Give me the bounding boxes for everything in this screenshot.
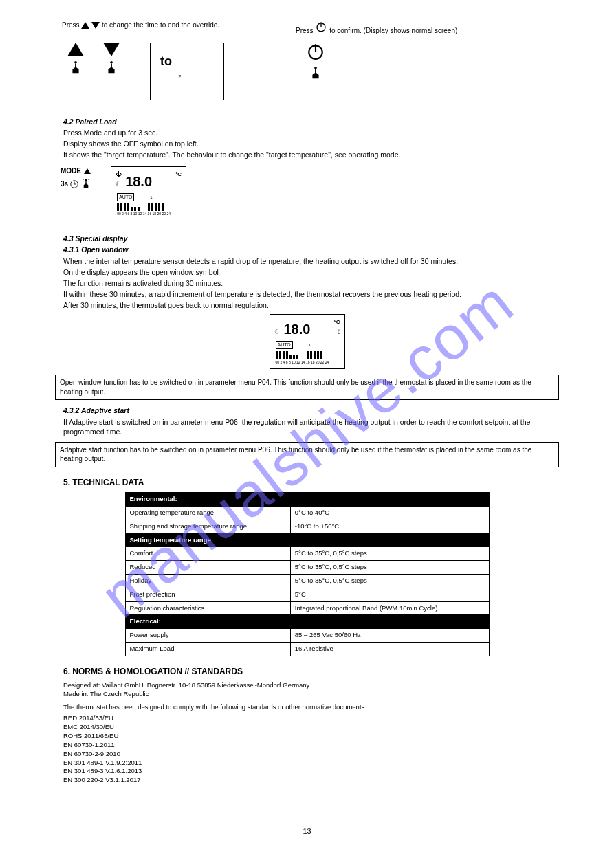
touch-hand-icon: [308, 65, 323, 82]
norm-item: ROHS 2011/65/EU: [63, 732, 118, 739]
table-row: Comfort5°C to 35°C, 0,5°C steps: [125, 547, 489, 561]
table-row: Frost protection5°C: [125, 588, 489, 601]
table-row: Reduced5°C to 35°C, 0,5°C steps: [125, 561, 489, 575]
svg-point-10: [85, 179, 87, 181]
norm-item: EN 301 489-1 V.1.9.2:2011: [63, 759, 142, 766]
norm-item: RED 2014/53/EU: [63, 714, 113, 722]
touch-hand-icon: [68, 59, 83, 77]
spec-header-range: Setting temperature range: [125, 533, 489, 547]
adaptive-body: If Adaptive start is switched on in para…: [63, 417, 558, 436]
off-icon: ⏻: [116, 171, 121, 179]
up-arrow-icon: [84, 168, 91, 174]
norm-item: EN 300 220-2 V3.1.1:2017: [63, 776, 141, 783]
table-row: Maximum Load16 A resistive: [125, 643, 489, 656]
svg-line-11: [83, 179, 84, 180]
section-4-3-title: 4.3 Special display: [63, 234, 127, 243]
power-icon: [315, 21, 327, 33]
section-5-title: 5. TECHNICAL DATA: [63, 477, 573, 488]
paired-load-line2: Display shows the OFF symbol on top left…: [63, 139, 558, 148]
open-window-line4: If within these 30 minutes, a rapid incr…: [63, 289, 558, 299]
norm-item: EN 60730-1:2011: [63, 741, 114, 748]
moon-icon: ☾: [274, 327, 281, 337]
svg-point-6: [314, 66, 317, 69]
paired-load-line1: Press Mode and up for 3 sec.: [63, 128, 558, 137]
lcd-hours: 00 2 4 6 8 10 12 14 16 18 20 22 24: [117, 212, 180, 216]
note-box-adaptive: Adaptive start function has to be switch…: [55, 442, 559, 467]
norms-body: The thermostat has been designed to comp…: [63, 703, 565, 712]
table-row: Power supply85 – 265 Vac 50/60 Hz: [125, 629, 489, 643]
lcd-display-openwindow: ☾ 18.0 ºC ▯ AUTO 1 00 2 4 6 8 10 12 14 1…: [270, 314, 345, 369]
lcd-schedule-bars: 00 2 4 6 8 10 12 14 16 18 20 22 24: [276, 347, 339, 365]
lcd-display-paired: ⏻ ☾ 18.0 ºC AUTO 1 00 2 4 6 8 10 12 14 1…: [111, 166, 186, 221]
section-4-3-2-title: 4.3.2 Adaptive start: [63, 406, 129, 414]
table-row: Regulation characteristicsIntegrated pro…: [125, 601, 489, 615]
lcd-hours: 00 2 4 6 8 10 12 14 16 18 20 22 24: [276, 360, 339, 365]
display-to-box: to 2: [150, 43, 224, 100]
open-window-line3: The function remains activated during 30…: [63, 278, 558, 288]
svg-point-2: [74, 60, 77, 63]
lcd-schedule-bars: 00 2 4 6 8 10 12 14 16 18 20 22 24: [117, 199, 180, 216]
moon-icon: ☾: [116, 179, 122, 189]
norms-made: Made in: The Czech Republic: [63, 690, 565, 699]
norms-designed: Designed at: Vaillant GmbH. Bognerstr. 1…: [63, 681, 565, 690]
technical-data-table: Environmental: Operating temperature ran…: [125, 492, 490, 656]
press-arrows-label: Press to change the time to end the over…: [62, 21, 296, 30]
touch-hand-icon: [80, 177, 91, 191]
lcd-unit: ºC: [175, 171, 182, 179]
table-row: Holiday5°C to 35°C, 0,5°C steps: [125, 574, 489, 588]
mode-up-3s-gesture: MODE 3s: [61, 166, 91, 191]
table-row: Shipping and storage temperature range-1…: [125, 520, 489, 533]
lcd-temp: 18.0: [125, 173, 152, 191]
table-row: Operating temperature range0°C to 40°C: [125, 506, 489, 520]
lcd-temp: 18.0: [284, 320, 311, 339]
clock-icon: [69, 179, 79, 189]
note-box-open-window: Open window function has to be switched …: [55, 375, 559, 400]
lcd-unit: ºC: [334, 319, 340, 326]
paired-load-line3: It shows the "target temperature". The b…: [63, 150, 558, 159]
section-6-title: 6. NORMS & HOMOLOGATION // STANDARDS: [63, 666, 573, 677]
open-window-line2: On the display appears the open window s…: [63, 267, 558, 277]
svg-line-12: [88, 179, 89, 180]
open-window-icon: ▯: [338, 329, 340, 336]
section-4-3-1-title: 4.3.1 Open window: [63, 245, 129, 254]
spec-header-env: Environmental:: [125, 493, 489, 507]
open-window-line5: After 30 minutes, the thermostat goes ba…: [63, 300, 558, 310]
svg-point-3: [110, 60, 113, 63]
touch-hand-icon: [104, 59, 119, 77]
spec-header-elec: Electrical:: [125, 615, 489, 629]
norm-item: EMC 2014/30/EU: [63, 723, 114, 731]
section-4-2-title: 4.2 Paired Load: [63, 118, 117, 126]
page-number: 13: [41, 826, 573, 836]
norm-item: EN 301 489-3 V.1.6.1:2013: [63, 767, 142, 775]
open-window-line1: When the internal temperature sensor det…: [63, 256, 558, 266]
up-arrow-icon: [81, 22, 89, 29]
down-arrow-large-icon: [103, 43, 120, 56]
press-power-label: Press to confirm. (Display shows normal …: [296, 21, 488, 36]
norm-item: EN 60730-2-9:2010: [63, 750, 120, 757]
up-arrow-large-icon: [67, 43, 84, 56]
down-arrow-icon: [91, 22, 100, 29]
power-large-icon: [307, 43, 325, 60]
